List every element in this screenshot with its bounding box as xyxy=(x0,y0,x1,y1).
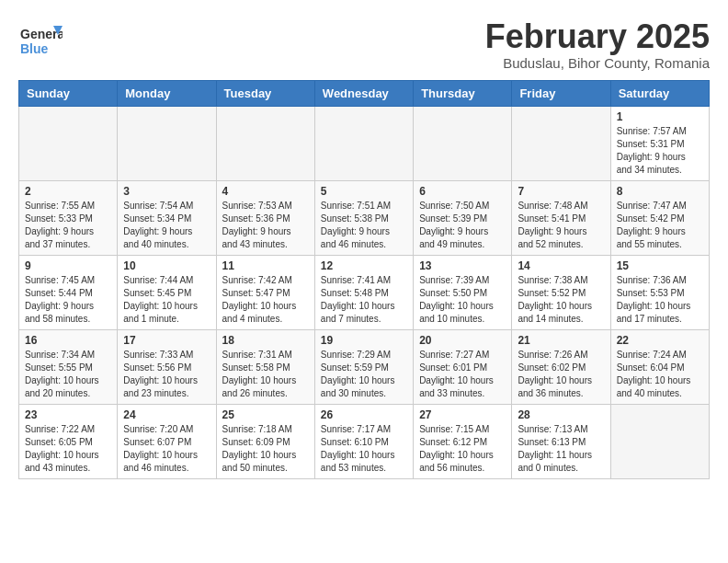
day-info: Sunrise: 7:13 AM Sunset: 6:13 PM Dayligh… xyxy=(518,423,604,475)
calendar-cell: 23Sunrise: 7:22 AM Sunset: 6:05 PM Dayli… xyxy=(19,404,118,478)
column-header-friday: Friday xyxy=(512,80,610,106)
calendar-cell: 28Sunrise: 7:13 AM Sunset: 6:13 PM Dayli… xyxy=(512,404,610,478)
calendar-cell: 16Sunrise: 7:34 AM Sunset: 5:55 PM Dayli… xyxy=(19,329,118,404)
day-info: Sunrise: 7:27 AM Sunset: 6:01 PM Dayligh… xyxy=(419,349,506,400)
calendar-week-row: 2Sunrise: 7:55 AM Sunset: 5:33 PM Daylig… xyxy=(19,180,710,255)
column-header-thursday: Thursday xyxy=(414,80,512,106)
calendar-cell: 5Sunrise: 7:51 AM Sunset: 5:38 PM Daylig… xyxy=(314,180,413,255)
calendar-header-row: SundayMondayTuesdayWednesdayThursdayFrid… xyxy=(19,80,710,106)
calendar-cell: 21Sunrise: 7:26 AM Sunset: 6:02 PM Dayli… xyxy=(512,329,610,404)
day-info: Sunrise: 7:44 AM Sunset: 5:45 PM Dayligh… xyxy=(123,274,210,326)
calendar-cell: 10Sunrise: 7:44 AM Sunset: 5:45 PM Dayli… xyxy=(118,255,216,329)
calendar-week-row: 9Sunrise: 7:45 AM Sunset: 5:44 PM Daylig… xyxy=(19,255,710,329)
day-info: Sunrise: 7:48 AM Sunset: 5:41 PM Dayligh… xyxy=(518,200,604,251)
calendar-cell xyxy=(216,106,314,180)
calendar-week-row: 1Sunrise: 7:57 AM Sunset: 5:31 PM Daylig… xyxy=(19,106,710,180)
calendar-week-row: 23Sunrise: 7:22 AM Sunset: 6:05 PM Dayli… xyxy=(19,404,710,478)
day-number: 18 xyxy=(222,334,309,347)
calendar-cell xyxy=(19,106,118,180)
day-number: 15 xyxy=(617,259,703,272)
day-info: Sunrise: 7:51 AM Sunset: 5:38 PM Dayligh… xyxy=(321,200,407,251)
day-info: Sunrise: 7:45 AM Sunset: 5:44 PM Dayligh… xyxy=(25,274,111,326)
day-number: 8 xyxy=(617,185,703,198)
day-info: Sunrise: 7:54 AM Sunset: 5:34 PM Dayligh… xyxy=(123,200,210,251)
page-header: General Blue February 2025 Buduslau, Bih… xyxy=(18,18,710,71)
day-number: 19 xyxy=(321,334,407,347)
day-number: 13 xyxy=(419,259,506,272)
day-info: Sunrise: 7:38 AM Sunset: 5:52 PM Dayligh… xyxy=(518,274,604,326)
day-number: 21 xyxy=(518,334,604,347)
title-area: February 2025 Buduslau, Bihor County, Ro… xyxy=(485,18,710,71)
day-number: 6 xyxy=(419,185,506,198)
calendar-cell: 7Sunrise: 7:48 AM Sunset: 5:41 PM Daylig… xyxy=(512,180,610,255)
calendar-cell: 19Sunrise: 7:29 AM Sunset: 5:59 PM Dayli… xyxy=(314,329,413,404)
day-number: 20 xyxy=(419,334,506,347)
calendar-cell: 22Sunrise: 7:24 AM Sunset: 6:04 PM Dayli… xyxy=(610,329,709,404)
calendar-cell xyxy=(118,106,216,180)
day-number: 24 xyxy=(123,408,210,421)
calendar-cell: 13Sunrise: 7:39 AM Sunset: 5:50 PM Dayli… xyxy=(414,255,512,329)
day-number: 17 xyxy=(123,334,210,347)
day-number: 23 xyxy=(25,408,111,421)
day-number: 3 xyxy=(123,185,210,198)
day-number: 12 xyxy=(321,259,407,272)
logo: General Blue xyxy=(18,18,63,66)
day-number: 16 xyxy=(25,334,111,347)
day-info: Sunrise: 7:50 AM Sunset: 5:39 PM Dayligh… xyxy=(419,200,506,251)
svg-text:Blue: Blue xyxy=(20,41,49,56)
calendar-cell: 12Sunrise: 7:41 AM Sunset: 5:48 PM Dayli… xyxy=(314,255,413,329)
calendar-subtitle: Buduslau, Bihor County, Romania xyxy=(485,55,710,71)
calendar-cell: 8Sunrise: 7:47 AM Sunset: 5:42 PM Daylig… xyxy=(610,180,709,255)
calendar-cell: 11Sunrise: 7:42 AM Sunset: 5:47 PM Dayli… xyxy=(216,255,314,329)
calendar-cell: 15Sunrise: 7:36 AM Sunset: 5:53 PM Dayli… xyxy=(610,255,709,329)
day-info: Sunrise: 7:26 AM Sunset: 6:02 PM Dayligh… xyxy=(518,349,604,400)
calendar-cell: 1Sunrise: 7:57 AM Sunset: 5:31 PM Daylig… xyxy=(610,106,709,180)
day-number: 5 xyxy=(321,185,407,198)
column-header-tuesday: Tuesday xyxy=(216,80,314,106)
logo-icon: General Blue xyxy=(18,18,63,63)
day-info: Sunrise: 7:53 AM Sunset: 5:36 PM Dayligh… xyxy=(222,200,309,251)
calendar-week-row: 16Sunrise: 7:34 AM Sunset: 5:55 PM Dayli… xyxy=(19,329,710,404)
day-info: Sunrise: 7:33 AM Sunset: 5:56 PM Dayligh… xyxy=(123,349,210,400)
calendar-cell: 14Sunrise: 7:38 AM Sunset: 5:52 PM Dayli… xyxy=(512,255,610,329)
day-info: Sunrise: 7:22 AM Sunset: 6:05 PM Dayligh… xyxy=(25,423,111,475)
calendar-cell: 18Sunrise: 7:31 AM Sunset: 5:58 PM Dayli… xyxy=(216,329,314,404)
calendar-cell: 6Sunrise: 7:50 AM Sunset: 5:39 PM Daylig… xyxy=(414,180,512,255)
day-info: Sunrise: 7:24 AM Sunset: 6:04 PM Dayligh… xyxy=(617,349,703,400)
column-header-saturday: Saturday xyxy=(610,80,709,106)
day-info: Sunrise: 7:34 AM Sunset: 5:55 PM Dayligh… xyxy=(25,349,111,400)
calendar-table: SundayMondayTuesdayWednesdayThursdayFrid… xyxy=(18,80,710,479)
day-info: Sunrise: 7:41 AM Sunset: 5:48 PM Dayligh… xyxy=(321,274,407,326)
column-header-wednesday: Wednesday xyxy=(314,80,413,106)
calendar-cell: 24Sunrise: 7:20 AM Sunset: 6:07 PM Dayli… xyxy=(118,404,216,478)
calendar-cell: 4Sunrise: 7:53 AM Sunset: 5:36 PM Daylig… xyxy=(216,180,314,255)
day-info: Sunrise: 7:18 AM Sunset: 6:09 PM Dayligh… xyxy=(222,423,309,475)
day-number: 2 xyxy=(25,185,111,198)
day-info: Sunrise: 7:42 AM Sunset: 5:47 PM Dayligh… xyxy=(222,274,309,326)
day-info: Sunrise: 7:36 AM Sunset: 5:53 PM Dayligh… xyxy=(617,274,703,326)
calendar-cell: 17Sunrise: 7:33 AM Sunset: 5:56 PM Dayli… xyxy=(118,329,216,404)
calendar-cell xyxy=(314,106,413,180)
day-info: Sunrise: 7:55 AM Sunset: 5:33 PM Dayligh… xyxy=(25,200,111,251)
day-info: Sunrise: 7:47 AM Sunset: 5:42 PM Dayligh… xyxy=(617,200,703,251)
day-info: Sunrise: 7:20 AM Sunset: 6:07 PM Dayligh… xyxy=(123,423,210,475)
day-number: 28 xyxy=(518,408,604,421)
day-number: 14 xyxy=(518,259,604,272)
day-number: 22 xyxy=(617,334,703,347)
day-number: 9 xyxy=(25,259,111,272)
day-info: Sunrise: 7:57 AM Sunset: 5:31 PM Dayligh… xyxy=(617,125,703,177)
day-number: 7 xyxy=(518,185,604,198)
day-info: Sunrise: 7:39 AM Sunset: 5:50 PM Dayligh… xyxy=(419,274,506,326)
calendar-cell xyxy=(610,404,709,478)
day-number: 11 xyxy=(222,259,309,272)
calendar-cell: 26Sunrise: 7:17 AM Sunset: 6:10 PM Dayli… xyxy=(314,404,413,478)
calendar-cell xyxy=(512,106,610,180)
calendar-cell: 25Sunrise: 7:18 AM Sunset: 6:09 PM Dayli… xyxy=(216,404,314,478)
day-number: 4 xyxy=(222,185,309,198)
day-number: 10 xyxy=(123,259,210,272)
day-info: Sunrise: 7:17 AM Sunset: 6:10 PM Dayligh… xyxy=(321,423,407,475)
column-header-monday: Monday xyxy=(118,80,216,106)
column-header-sunday: Sunday xyxy=(19,80,118,106)
day-number: 1 xyxy=(617,110,703,123)
calendar-cell: 2Sunrise: 7:55 AM Sunset: 5:33 PM Daylig… xyxy=(19,180,118,255)
